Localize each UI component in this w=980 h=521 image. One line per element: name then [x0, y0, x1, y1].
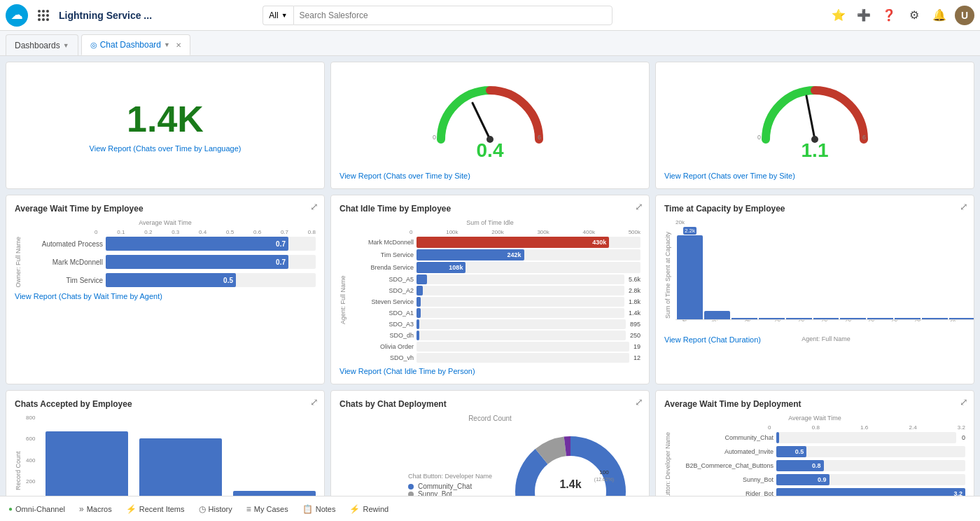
tab-dashboards[interactable]: Dashboards ▼	[6, 34, 78, 55]
table-row: SDO_vh 12	[351, 353, 640, 363]
bar-value: 108k	[449, 264, 463, 271]
bar-fill: 0.5	[106, 273, 236, 287]
bottom-notes[interactable]: 📋 Notes	[302, 504, 336, 514]
add-button[interactable]: ➕	[854, 6, 874, 25]
expand-icon[interactable]: ⤢	[310, 201, 318, 212]
table-row: SDO_A5 5.6k	[351, 275, 640, 284]
time-cap-x-labels: Mark McD... Brenda Ser... Olivia Order S…	[676, 320, 974, 321]
chats-site-2-view-report[interactable]: View Report (Chats over Time by Site)	[664, 172, 965, 180]
macros-label: Macros	[87, 505, 112, 513]
svg-text:100: 100	[599, 469, 609, 475]
help-button[interactable]: ❓	[879, 6, 899, 25]
table-row: SDO_A1 1.4k	[351, 308, 640, 318]
rewind-icon: ⚡	[349, 504, 360, 514]
notifications-button[interactable]: 🔔	[930, 6, 949, 25]
expand-icon[interactable]: ⤢	[635, 201, 643, 212]
bar-label: Brenda Service	[351, 264, 414, 271]
table-row: B2B_Commerce_Chat_Buttons 0.8	[676, 460, 965, 471]
settings-button[interactable]: ⚙	[904, 6, 924, 25]
table-row: Steven Service 1.8k	[351, 297, 640, 307]
bar-fill	[416, 275, 427, 284]
table-row: Automated_Invite 0.5	[676, 446, 965, 457]
notes-icon: 📋	[302, 504, 313, 514]
chat-idle-view-report[interactable]: View Report (Chat Idle Time by Person)	[340, 367, 640, 375]
time-capacity-card: Time at Capacity by Employee ⤢ Sum of Ti…	[655, 195, 974, 384]
table-row: Rider_Bot 3.2	[676, 488, 965, 496]
bar-track: 430k	[416, 237, 640, 248]
rewind-label: Rewind	[363, 505, 388, 513]
tab-chat-dashboard-label: Chat Dashboard	[100, 40, 161, 50]
svg-line-0	[472, 103, 490, 139]
omni-channel-label: Omni-Channel	[15, 505, 65, 513]
bar-label: Automated Process	[26, 240, 103, 248]
salesforce-logo[interactable]: ☁	[6, 4, 28, 27]
svg-text:0: 0	[757, 134, 761, 141]
avatar[interactable]: U	[955, 6, 974, 25]
logo-icon: ☁	[11, 8, 22, 22]
bar-value: 430k	[592, 239, 606, 246]
avg-wait-view-report[interactable]: View Report (Chats by Wait Time by Agent…	[15, 292, 316, 300]
bar-track	[416, 275, 624, 284]
dashboard-row-1: 1.4K View Report (Chats over Time by Lan…	[6, 62, 974, 189]
bar-label: Automated_Invite	[676, 448, 774, 455]
bar-track	[416, 331, 626, 340]
bottom-my-cases[interactable]: ≡ My Cases	[246, 504, 288, 514]
bar-track	[416, 297, 624, 307]
recent-items-icon: ⚡	[126, 504, 136, 514]
donut-chart: 1.4k 100 (12.62%) 1.2k (88.44%)	[500, 425, 640, 496]
favorites-button[interactable]: ⭐	[829, 6, 848, 25]
chats-deployment-title: Chats by Chat Deployment	[340, 399, 640, 409]
bottom-bar: ● Omni-Channel » Macros ⚡ Recent Items ◷…	[0, 496, 980, 521]
avg-wait-deployment-card: Average Wait Time by Deployment ⤢ Averag…	[655, 390, 974, 496]
bar-fill	[416, 331, 419, 340]
bar-value: 0.5	[223, 277, 233, 284]
bar-fill: 108k	[416, 262, 465, 273]
omni-channel-icon: ●	[8, 505, 13, 513]
avg-wait-dep-bars: Community_Chat 0 Automated_Invite 0.5	[676, 432, 965, 496]
chats-deployment-chart-label: Record Count	[340, 415, 640, 422]
bottom-history[interactable]: ◷ History	[199, 504, 232, 514]
avg-wait-ticks: 00.10.20.30.40.50.60.70.8	[94, 229, 316, 235]
bottom-omni-channel[interactable]: ● Omni-Channel	[8, 505, 65, 513]
bottom-rewind[interactable]: ⚡ Rewind	[349, 504, 388, 514]
chevron-down-icon: ▼	[63, 42, 69, 49]
bar-track	[416, 353, 629, 363]
my-cases-label: My Cases	[254, 505, 288, 513]
bar-fill: 242k	[416, 249, 524, 260]
bar-label: SDO_A5	[351, 276, 414, 283]
chats-language-card: 1.4K View Report (Chats over Time by Lan…	[6, 62, 325, 189]
history-icon: ◷	[199, 504, 206, 514]
bar-track	[416, 342, 629, 352]
bar-label: Steven Service	[351, 298, 414, 305]
bar-value: 0.7	[276, 240, 286, 248]
chats-site-1-card: 0 6 0.4 View Report (Chats over Time by …	[330, 62, 650, 189]
expand-icon[interactable]: ⤢	[635, 396, 643, 408]
time-cap-bars: 2.2k	[676, 227, 974, 319]
avg-wait-bars: Automated Process 0.7 Mark McDonnell 0.7	[26, 237, 316, 288]
app-name: Lightning Service ...	[59, 10, 152, 21]
bar-label: SDO_vh	[351, 354, 414, 361]
bar-track	[416, 319, 626, 329]
expand-icon[interactable]: ⤢	[960, 201, 968, 212]
bottom-recent-items[interactable]: ⚡ Recent Items	[126, 504, 185, 514]
chats-language-view-report[interactable]: View Report (Chats over Time by Language…	[90, 144, 241, 153]
table-row: Automated Process 0.7	[26, 237, 316, 251]
main-content: 1.4K View Report (Chats over Time by Lan…	[0, 56, 980, 496]
bar-fill: 0.7	[106, 255, 288, 269]
bottom-macros[interactable]: » Macros	[79, 504, 112, 514]
tab-close-button[interactable]: ✕	[176, 41, 181, 49]
expand-icon[interactable]: ⤢	[310, 396, 318, 408]
dashboard-row-3: Chats Accepted by Employee ⤢ Record Coun…	[6, 390, 974, 496]
table-row: SDO_A2 2.8k	[351, 286, 640, 296]
search-input[interactable]	[293, 6, 613, 25]
tab-chat-dashboard[interactable]: ◎ Chat Dashboard ▼ ✕	[81, 34, 190, 55]
avg-wait-dep-chart: Chat Button: Developer Name Community_Ch…	[664, 432, 965, 496]
chat-idle-title: Chat Idle Time by Employee	[340, 204, 640, 214]
app-menu-button[interactable]	[34, 6, 53, 25]
search-scope-selector[interactable]: All ▼	[262, 6, 293, 25]
avg-wait-dep-ticks: 00.81.62.43.2	[768, 424, 965, 431]
expand-icon[interactable]: ⤢	[960, 396, 968, 408]
chats-site-1-view-report[interactable]: View Report (Chats over Time by Site)	[340, 172, 640, 180]
chats-language-value: 1.4K	[127, 98, 204, 140]
bar-fill	[416, 319, 419, 329]
